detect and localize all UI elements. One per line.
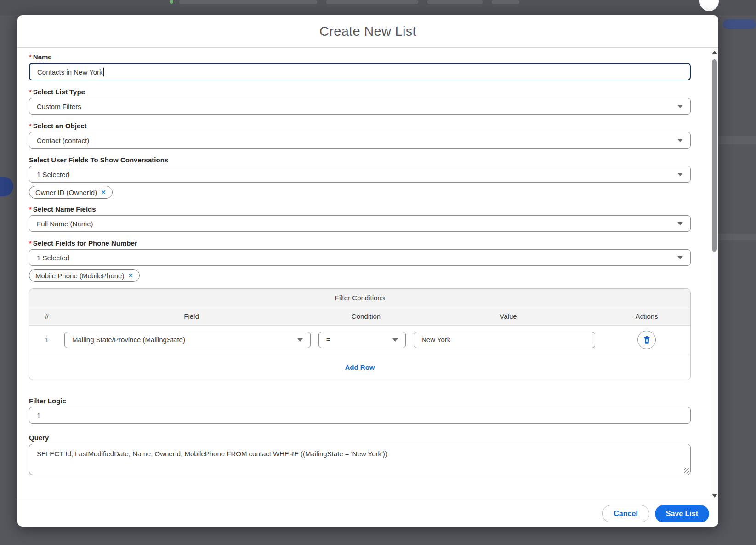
filter-field-value: Mailing State/Province (MailingState) <box>72 336 185 344</box>
filter-table-footer: Add Row <box>29 354 690 380</box>
query-label: Query <box>29 434 691 442</box>
background-text-ghost <box>179 0 317 4</box>
column-header-num: # <box>29 312 64 320</box>
filter-value-input[interactable]: New York <box>414 332 595 348</box>
filter-logic-label: Filter Logic <box>29 397 691 405</box>
delete-row-button[interactable] <box>637 331 656 349</box>
required-marker: * <box>29 88 32 96</box>
field-group-filter-logic: Filter Logic 1 <box>29 397 691 424</box>
remove-chip-icon[interactable]: ✕ <box>101 189 106 195</box>
create-list-modal: Create New List *Name Contacts in New Yo… <box>17 15 718 527</box>
list-type-value: Custom Filters <box>37 103 81 110</box>
chip-label: Mobile Phone (MobilePhone) <box>35 272 124 280</box>
chevron-down-icon <box>392 338 398 342</box>
filter-condition-value: = <box>326 336 330 344</box>
background-text-ghost <box>492 0 519 4</box>
list-type-label: *Select List Type <box>29 88 691 96</box>
text-cursor <box>103 68 104 76</box>
name-input-value: Contacts in New York <box>37 68 103 76</box>
filter-logic-input[interactable]: 1 <box>29 407 691 424</box>
background-status-dot <box>170 0 173 4</box>
user-fields-value: 1 Selected <box>37 171 69 178</box>
object-value: Contact (contact) <box>37 137 89 144</box>
field-group-name: *Name Contacts in New York <box>29 53 691 80</box>
name-fields-label: *Select Name Fields <box>29 205 691 213</box>
modal-footer: Cancel Save List <box>17 500 718 527</box>
background-row-ghost <box>718 136 756 144</box>
filter-conditions-header-row: # Field Condition Value Actions <box>29 307 690 326</box>
column-header-field: Field <box>64 312 318 320</box>
filter-conditions-table: Filter Conditions # Field Condition Valu… <box>29 288 691 380</box>
query-textarea[interactable]: SELECT Id, LastModifiedDate, Name, Owner… <box>29 444 691 475</box>
chevron-down-icon <box>677 256 683 259</box>
add-row-link[interactable]: Add Row <box>345 363 375 371</box>
name-input[interactable]: Contacts in New York <box>29 63 691 80</box>
background-text-ghost <box>427 0 483 4</box>
modal-title: Create New List <box>319 24 416 39</box>
chevron-down-icon <box>297 338 303 342</box>
field-group-name-fields: *Select Name Fields Full Name (Name) <box>29 205 691 232</box>
filter-field-select[interactable]: Mailing State/Province (MailingState) <box>64 332 311 348</box>
phone-fields-select[interactable]: 1 Selected <box>29 249 691 266</box>
field-group-list-type: *Select List Type Custom Filters <box>29 88 691 115</box>
filter-conditions-title: Filter Conditions <box>29 289 690 307</box>
modal-header: Create New List <box>17 15 718 48</box>
cancel-button[interactable]: Cancel <box>602 505 649 522</box>
name-fields-select[interactable]: Full Name (Name) <box>29 215 691 232</box>
field-group-user-fields: Select User Fields To Show Conversations… <box>29 156 691 199</box>
selected-chip-mobile-phone: Mobile Phone (MobilePhone) ✕ <box>29 269 140 282</box>
required-marker: * <box>29 239 32 247</box>
save-list-button[interactable]: Save List <box>655 505 709 522</box>
chevron-down-icon <box>677 222 683 225</box>
field-group-query: Query SELECT Id, LastModifiedDate, Name,… <box>29 434 691 475</box>
filter-row: 1 Mailing State/Province (MailingState) … <box>29 326 690 354</box>
query-value: SELECT Id, LastModifiedDate, Name, Owner… <box>37 450 387 458</box>
background-row-ghost <box>718 234 756 240</box>
column-header-condition: Condition <box>318 312 414 320</box>
required-marker: * <box>29 53 32 61</box>
user-fields-label: Select User Fields To Show Conversations <box>29 156 691 164</box>
required-marker: * <box>29 205 32 213</box>
field-group-object: *Select an Object Contact (contact) <box>29 122 691 149</box>
phone-fields-label: *Select Fields for Phone Number <box>29 239 691 247</box>
object-label: *Select an Object <box>29 122 691 130</box>
scrollbar-thumb[interactable] <box>712 59 717 252</box>
chevron-down-icon <box>677 105 683 108</box>
required-marker: * <box>29 122 32 130</box>
user-fields-select[interactable]: 1 Selected <box>29 166 691 183</box>
filter-logic-value: 1 <box>37 412 40 419</box>
scroll-down-icon[interactable] <box>712 494 717 498</box>
trash-icon <box>643 336 651 344</box>
list-type-select[interactable]: Custom Filters <box>29 98 691 115</box>
background-text-ghost <box>326 0 418 4</box>
chip-label: Owner ID (OwnerId) <box>35 189 97 196</box>
remove-chip-icon[interactable]: ✕ <box>128 272 133 279</box>
screen: Create New List *Name Contacts in New Yo… <box>0 0 756 545</box>
column-header-value: Value <box>414 312 603 320</box>
filter-condition-select[interactable]: = <box>318 332 406 348</box>
scroll-up-icon[interactable] <box>712 51 717 54</box>
column-header-actions: Actions <box>603 312 690 320</box>
resize-handle[interactable] <box>684 468 689 473</box>
phone-fields-value: 1 Selected <box>37 254 69 262</box>
background-button-ghost <box>0 177 13 196</box>
filter-row-number: 1 <box>29 336 64 344</box>
name-fields-value: Full Name (Name) <box>37 220 93 228</box>
background-button-ghost <box>723 19 756 29</box>
modal-body: *Name Contacts in New York *Select List … <box>17 48 707 500</box>
object-select[interactable]: Contact (contact) <box>29 132 691 149</box>
chevron-down-icon <box>677 139 683 142</box>
selected-chip-owner-id: Owner ID (OwnerId) ✕ <box>29 186 113 199</box>
name-label: *Name <box>29 53 691 61</box>
chevron-down-icon <box>677 173 683 176</box>
field-group-phone-fields: *Select Fields for Phone Number 1 Select… <box>29 239 691 282</box>
filter-value-text: New York <box>421 336 450 344</box>
modal-scrollbar[interactable] <box>711 48 718 500</box>
